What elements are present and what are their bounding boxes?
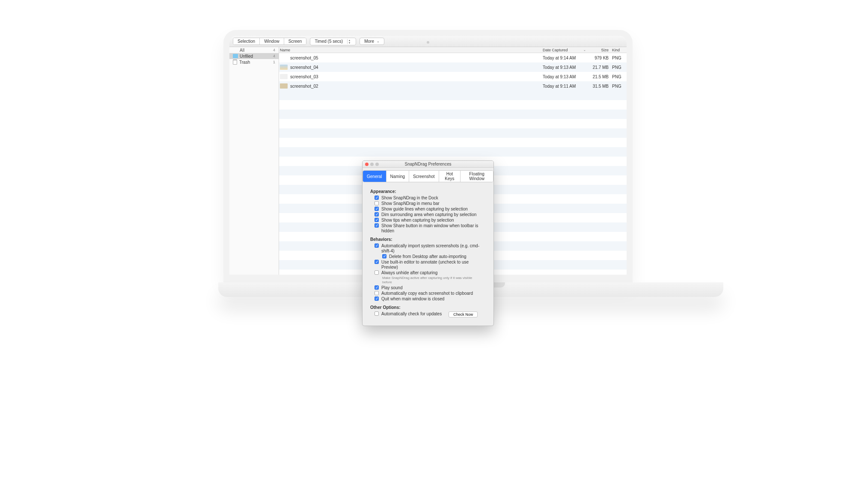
file-date: Today at 9:14 AM [543, 56, 586, 60]
window-controls [365, 163, 379, 166]
checkbox[interactable] [382, 254, 386, 258]
file-name: screenshot_03 [290, 74, 543, 79]
file-kind: PNG [612, 56, 627, 60]
sidebar-unfiled-count: 4 [273, 54, 275, 58]
sidebar-unfiled-label: Unfiled [240, 54, 253, 59]
pref-option: Always unhide after capturing [374, 270, 482, 276]
chevron-down-icon: ⌄ [377, 39, 380, 43]
checkbox[interactable] [374, 260, 379, 264]
camera-dot [427, 41, 429, 44]
file-date: Today at 9:13 AM [543, 65, 586, 70]
minimize-icon[interactable] [370, 163, 374, 166]
capture-mode-screen[interactable]: Screen [284, 38, 306, 44]
prefs-tab-screenshot[interactable]: Screenshot [409, 171, 439, 182]
pref-option-label: Quit when main window is closed [381, 296, 444, 302]
pref-option-label: Always unhide after capturing [381, 270, 437, 276]
timed-stepper[interactable]: ▴ ▾ [347, 39, 351, 44]
col-size[interactable]: Size [586, 48, 612, 52]
table-row[interactable]: screenshot_03Today at 9:13 AM21.5 MBPNG [279, 72, 627, 81]
pref-option-label: Show guide lines when capturing by selec… [381, 207, 468, 212]
prefs-tab-segmented[interactable]: GeneralNamingScreenshotHot KeysFloating … [363, 170, 493, 182]
col-name[interactable]: Name [279, 48, 543, 52]
pref-option: Show guide lines when capturing by selec… [374, 207, 482, 212]
prefs-tab-floating-window[interactable]: Floating Window [460, 171, 493, 182]
check-now-button[interactable]: Check Now [449, 311, 478, 317]
sidebar: All 4 Unfiled 4 Trash [229, 47, 279, 275]
checkbox[interactable] [374, 291, 379, 295]
file-name: screenshot_05 [290, 56, 543, 60]
pref-option: Quit when main window is closed [374, 296, 482, 302]
pref-option: Automatically import system screenshots … [374, 243, 482, 254]
prefs-tab-hot-keys[interactable]: Hot Keys [439, 171, 461, 182]
sidebar-item-unfiled[interactable]: Unfiled 4 [229, 53, 279, 59]
sidebar-all-count: 4 [273, 48, 275, 52]
prefs-title: SnapNDrag Preferences [405, 162, 452, 166]
checkbox[interactable] [374, 243, 379, 248]
more-menu-button[interactable]: More ⌄ [360, 38, 384, 45]
file-size: 979 KB [586, 56, 612, 60]
pref-option-label: Show tips when capturing by selection [381, 218, 454, 223]
checkbox[interactable] [374, 311, 379, 316]
file-thumbnail [280, 65, 288, 70]
pref-option: Use built-in editor to annotate (uncheck… [374, 260, 482, 270]
file-kind: PNG [612, 74, 627, 79]
section-appearance: Show SnapNDrag in the DockShow SnapNDrag… [374, 196, 482, 234]
checkbox[interactable] [374, 201, 379, 205]
close-icon[interactable] [365, 163, 369, 166]
table-row[interactable]: screenshot_04Today at 9:13 AM21.7 MBPNG [279, 62, 627, 72]
file-thumbnail [280, 55, 288, 60]
pref-option: Show SnapNDrag in menu bar [374, 201, 482, 206]
checkbox[interactable] [374, 207, 379, 211]
pref-option: Delete from Desktop after auto-importing [382, 254, 482, 259]
prefs-tab-naming[interactable]: Naming [386, 171, 409, 182]
pref-option-label: Dim surrounding area when capturing by s… [381, 212, 476, 217]
file-thumbnail [280, 74, 288, 79]
file-name: screenshot_02 [290, 84, 543, 89]
timed-capture-button[interactable]: Timed (5 secs) ▴ ▾ [310, 38, 356, 45]
pref-option-label: Play sound [381, 285, 402, 291]
prefs-tab-general[interactable]: General [363, 171, 386, 182]
file-kind: PNG [612, 84, 627, 89]
pref-option-label: Use built-in editor to annotate (uncheck… [381, 260, 482, 270]
pref-option: Automatically copy each screenshot to cl… [374, 291, 482, 296]
sidebar-item-all[interactable]: All 4 [229, 47, 279, 53]
file-size: 31.5 MB [586, 84, 612, 89]
file-thumbnail [280, 83, 288, 89]
capture-mode-window[interactable]: Window [259, 38, 284, 44]
pref-option: Show Share button in main window when to… [374, 223, 482, 234]
checkbox[interactable] [374, 270, 379, 275]
sidebar-all-label: All [240, 48, 244, 53]
folder-icon [233, 54, 238, 58]
pref-option: Show SnapNDrag in the Dock [374, 196, 482, 201]
checkbox[interactable] [374, 212, 379, 216]
file-kind: PNG [612, 65, 627, 70]
pref-option: Show tips when capturing by selection [374, 218, 482, 223]
checkbox[interactable] [374, 218, 379, 222]
file-size: 21.5 MB [586, 74, 612, 79]
checkbox[interactable] [374, 196, 379, 200]
section-other: Automatically check for updatesCheck Now [374, 311, 482, 317]
sidebar-trash-label: Trash [239, 60, 250, 65]
checkbox[interactable] [374, 223, 379, 228]
zoom-icon[interactable] [375, 163, 379, 166]
checkbox[interactable] [374, 296, 379, 301]
pref-option-label: Show SnapNDrag in the Dock [381, 196, 438, 201]
timed-capture-label: Timed (5 secs) [315, 39, 343, 44]
capture-mode-segmented[interactable]: Selection Window Screen [233, 38, 306, 45]
col-kind[interactable]: Kind [612, 48, 627, 52]
col-date[interactable]: Date Captured ⌄ [543, 48, 586, 52]
sidebar-item-trash[interactable]: Trash 1 [229, 59, 279, 65]
pref-option: Dim surrounding area when capturing by s… [374, 212, 482, 217]
table-row[interactable]: screenshot_02Today at 9:11 AM31.5 MBPNG [279, 81, 627, 91]
prefs-titlebar[interactable]: SnapNDrag Preferences [363, 161, 493, 168]
section-other-title: Other Options: [370, 305, 482, 310]
table-row[interactable]: screenshot_05Today at 9:14 AM979 KBPNG [279, 53, 627, 62]
checkbox[interactable] [374, 285, 379, 290]
prefs-body: Appearance: Show SnapNDrag in the DockSh… [363, 184, 493, 326]
file-name: screenshot_04 [290, 65, 543, 70]
pref-option-label: Show Share button in main window when to… [381, 223, 482, 234]
pref-option-hint: Make SnapNDrag active after capturing on… [382, 276, 482, 285]
stepper-down-icon[interactable]: ▾ [348, 42, 351, 44]
capture-mode-selection[interactable]: Selection [233, 38, 259, 44]
col-date-label: Date Captured [543, 48, 568, 52]
